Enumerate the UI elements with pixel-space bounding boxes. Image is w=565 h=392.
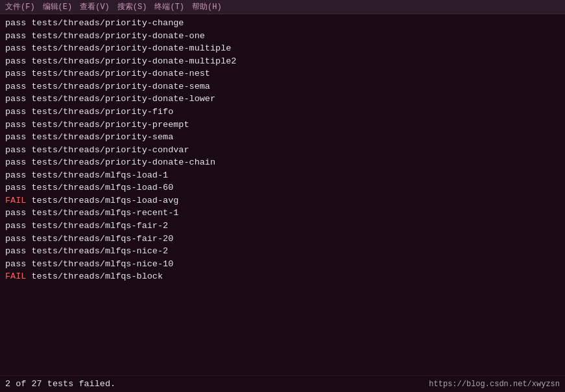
status-bar: 2 of 27 tests failed. https://blog.csdn.… bbox=[0, 375, 565, 392]
terminal-line: pass tests/threads/priority-condvar bbox=[5, 144, 560, 157]
menu-edit[interactable]: 编辑(E) bbox=[43, 1, 73, 12]
url-text: https://blog.csdn.net/xwyzsn bbox=[429, 380, 560, 389]
terminal-line: pass tests/threads/mlfqs-load-60 bbox=[5, 181, 560, 194]
terminal-line: pass tests/threads/priority-donate-lower bbox=[5, 93, 560, 106]
terminal-line: pass tests/threads/priority-donate-sema bbox=[5, 80, 560, 93]
summary-text: 2 of 27 tests failed. bbox=[5, 379, 115, 389]
terminal-line: pass tests/threads/priority-donate-one bbox=[5, 30, 560, 43]
terminal-line: FAIL tests/threads/mlfqs-load-avg bbox=[5, 194, 560, 207]
menu-view[interactable]: 查看(V) bbox=[80, 1, 110, 12]
terminal-line: pass tests/threads/mlfqs-nice-2 bbox=[5, 245, 560, 258]
title-bar: 文件(F) 编辑(E) 查看(V) 搜索(S) 终端(T) 帮助(H) bbox=[0, 0, 565, 14]
terminal-line: pass tests/threads/mlfqs-recent-1 bbox=[5, 207, 560, 220]
terminal-line: pass tests/threads/priority-preempt bbox=[5, 119, 560, 132]
terminal-line: pass tests/threads/mlfqs-fair-2 bbox=[5, 220, 560, 233]
terminal-line: pass tests/threads/priority-sema bbox=[5, 131, 560, 144]
terminal-line: pass tests/threads/priority-donate-nest bbox=[5, 67, 560, 80]
terminal-line: pass tests/threads/priority-donate-multi… bbox=[5, 42, 560, 55]
menu-terminal[interactable]: 终端(T) bbox=[154, 1, 184, 12]
menu-file[interactable]: 文件(F) bbox=[5, 1, 35, 12]
menu-help[interactable]: 帮助(H) bbox=[192, 1, 222, 12]
terminal-content: pass tests/threads/priority-changepass t… bbox=[0, 14, 565, 375]
terminal-line: pass tests/threads/mlfqs-fair-20 bbox=[5, 233, 560, 246]
terminal-line: pass tests/threads/priority-fifo bbox=[5, 106, 560, 119]
menu-search[interactable]: 搜索(S) bbox=[117, 1, 147, 12]
terminal-line: pass tests/threads/priority-change bbox=[5, 17, 560, 30]
terminal-window: 文件(F) 编辑(E) 查看(V) 搜索(S) 终端(T) 帮助(H) pass… bbox=[0, 0, 565, 392]
terminal-line: pass tests/threads/priority-donate-multi… bbox=[5, 55, 560, 68]
terminal-line: FAIL tests/threads/mlfqs-block bbox=[5, 270, 560, 283]
terminal-line: pass tests/threads/mlfqs-nice-10 bbox=[5, 258, 560, 271]
terminal-line: pass tests/threads/priority-donate-chain bbox=[5, 156, 560, 169]
terminal-line: pass tests/threads/mlfqs-load-1 bbox=[5, 169, 560, 182]
